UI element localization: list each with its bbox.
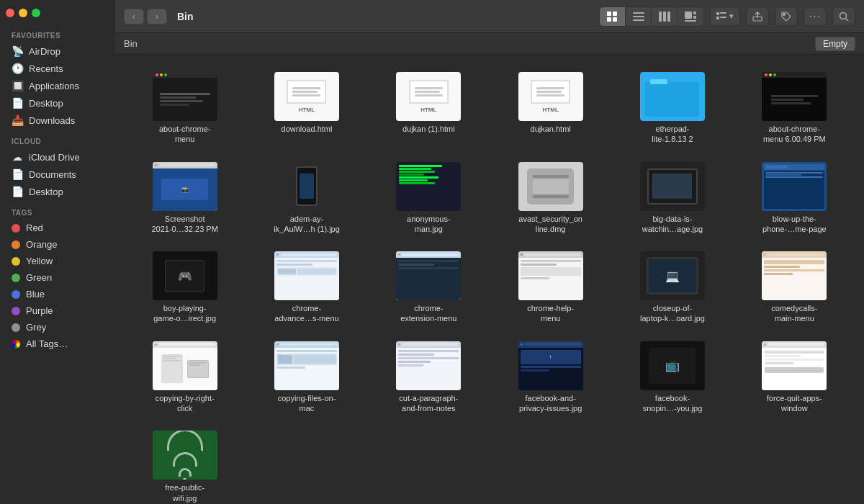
view-gallery-button[interactable]: [678, 7, 703, 26]
sidebar-item-label: Orange: [26, 239, 57, 250]
file-item-closeup-laptop[interactable]: 💻 closeup-of-laptop-k…oard.jpg: [614, 246, 730, 330]
arrange-button[interactable]: ▾: [710, 7, 740, 26]
file-item-copying-files-mac[interactable]: copying-files-on-mac: [248, 336, 364, 420]
share-button[interactable]: [746, 7, 769, 26]
sidebar-item-airdrop[interactable]: 📡 AirDrop: [0, 42, 115, 60]
sidebar-item-purple[interactable]: Purple: [0, 302, 115, 319]
sidebar-item-label: All Tags…: [26, 338, 68, 349]
view-list-button[interactable]: [626, 7, 652, 26]
minimize-button[interactable]: [19, 9, 27, 17]
file-item-force-quit-apps[interactable]: force-quit-apps-window: [737, 336, 852, 420]
file-item-dujkan1-html[interactable]: HTML dujkan (1).html: [371, 66, 487, 150]
downloads-icon: 📥: [12, 114, 23, 126]
nav-buttons: ‹ ›: [124, 9, 167, 24]
sidebar-item-label: Grey: [26, 322, 46, 333]
tags-label: Tags: [0, 200, 115, 220]
file-thumb: [640, 162, 705, 211]
file-item-anonymous-man[interactable]: anonymous-man.jpg: [371, 156, 487, 240]
svg-rect-9: [667, 12, 670, 22]
search-button[interactable]: [832, 7, 855, 26]
file-label: etherpad-lite-1.8.13 2: [652, 124, 693, 145]
file-item-boy-playing[interactable]: 🎮 boy-playing-game-o…irect.jpg: [127, 246, 243, 330]
file-thumb: [153, 72, 217, 121]
file-thumb: [762, 251, 827, 300]
sidebar-item-grey[interactable]: Grey: [0, 319, 115, 336]
file-item-chrome-advanced[interactable]: chrome-advance…s-menu: [248, 246, 364, 330]
sidebar-item-applications[interactable]: 🔲 Applications: [0, 77, 115, 94]
file-item-big-data[interactable]: big-data-is-watchin…age.jpg: [614, 156, 730, 240]
file-thumb: [153, 431, 217, 480]
sidebar-item-yellow[interactable]: Yellow: [0, 253, 115, 269]
sidebar-item-desktop[interactable]: 📄 Desktop: [0, 94, 115, 112]
svg-rect-8: [663, 12, 666, 22]
svg-rect-13: [685, 20, 696, 22]
sidebar-item-label: Applications: [29, 81, 79, 91]
svg-rect-5: [633, 16, 644, 17]
empty-button[interactable]: Empty: [815, 37, 855, 51]
file-item-cut-paragraph[interactable]: cut-a-paragraph-and-from-notes: [371, 336, 487, 420]
file-label: anonymous-man.jpg: [407, 214, 451, 235]
file-item-dujkan-html[interactable]: HTML dujkan.html: [492, 66, 608, 150]
green-dot: [12, 274, 20, 282]
sidebar-item-desktop-icloud[interactable]: 📄 Desktop: [0, 183, 115, 200]
file-item-adem-ay[interactable]: adem-ay-ik_AulW…h (1).jpg: [248, 156, 364, 240]
back-button[interactable]: ‹: [124, 9, 144, 24]
file-item-about-chrome-menu[interactable]: about-chrome-menu: [127, 66, 243, 150]
file-thumb: [518, 251, 583, 300]
file-thumb: [640, 72, 705, 121]
file-item-copying-right-click[interactable]: copying-by-right-click: [127, 336, 243, 420]
file-item-about-chrome-menu2[interactable]: about-chrome-menu 6.00.49 PM: [737, 66, 852, 150]
forward-button[interactable]: ›: [147, 9, 167, 24]
file-label: chrome-advance…s-menu: [274, 303, 338, 324]
sidebar-item-all-tags[interactable]: All Tags…: [0, 336, 115, 352]
sidebar-item-green[interactable]: Green: [0, 269, 115, 286]
file-item-etherpad[interactable]: etherpad-lite-1.8.13 2: [614, 66, 730, 150]
sidebar-item-icloud-drive[interactable]: ☁ iCloud Drive: [0, 148, 115, 166]
tag-button[interactable]: [775, 7, 798, 26]
file-label: force-quit-apps-window: [767, 393, 822, 414]
file-item-comedycalls[interactable]: comedycalls-main-menu: [737, 246, 852, 330]
svg-line-21: [846, 18, 849, 21]
file-thumb: [274, 251, 339, 300]
sidebar-item-recents[interactable]: 🕐 Recents: [0, 60, 115, 77]
file-item-avast-security[interactable]: avast_security_online.dmg: [492, 156, 608, 240]
file-item-facebook-privacy[interactable]: f facebook-and-privacy-issues.jpg: [492, 336, 608, 420]
sidebar-item-label: Documents: [29, 169, 76, 180]
sidebar-item-blue[interactable]: Blue: [0, 286, 115, 302]
svg-point-20: [840, 12, 847, 19]
file-item-download-html[interactable]: HTML download.html: [248, 66, 364, 150]
file-label: about-chrome-menu 6.00.49 PM: [763, 124, 826, 145]
purple-dot: [12, 307, 20, 315]
svg-rect-17: [720, 17, 726, 18]
maximize-button[interactable]: [32, 9, 40, 17]
file-item-free-public-wifi[interactable]: free-public-wifi.jpg: [127, 425, 243, 504]
file-item-chrome-extension[interactable]: chrome-extension-menu: [371, 246, 487, 330]
file-label: copying-by-right-click: [156, 393, 215, 414]
file-thumb: [762, 162, 827, 211]
file-label: avast_security_online.dmg: [518, 214, 582, 235]
sidebar-item-downloads[interactable]: 📥 Downloads: [0, 112, 115, 129]
file-label: chrome-help-menu: [527, 303, 574, 324]
svg-rect-16: [720, 12, 726, 14]
svg-rect-1: [613, 12, 617, 16]
file-thumb: 💻: [640, 251, 705, 300]
sidebar-item-documents[interactable]: 📄 Documents: [0, 166, 115, 183]
sidebar-item-red[interactable]: Red: [0, 220, 115, 236]
blue-dot: [12, 290, 20, 299]
all-tags-dot: [12, 340, 20, 348]
file-item-blow-up-phone[interactable]: blow-up-the-phone-…me-page: [737, 156, 852, 240]
file-item-chrome-help[interactable]: chrome-help-menu: [492, 246, 608, 330]
view-column-button[interactable]: [652, 7, 678, 26]
file-item-facebook-snoop[interactable]: 📺 facebook-snopin…-you.jpg: [614, 336, 730, 420]
svg-rect-11: [693, 12, 696, 14]
sidebar-item-orange[interactable]: Orange: [0, 236, 115, 253]
file-item-screenshot[interactable]: 📸 Screenshot2021-0…32.23 PM: [127, 156, 243, 240]
file-label: chrome-extension-menu: [400, 303, 456, 324]
more-button[interactable]: ···: [804, 7, 827, 26]
close-button[interactable]: [6, 9, 14, 17]
file-thumb: [274, 341, 339, 390]
main-area: ‹ › Bin: [115, 0, 864, 504]
view-icon-button[interactable]: [600, 7, 626, 26]
sidebar-item-label: Purple: [26, 305, 53, 316]
svg-rect-2: [607, 17, 611, 22]
